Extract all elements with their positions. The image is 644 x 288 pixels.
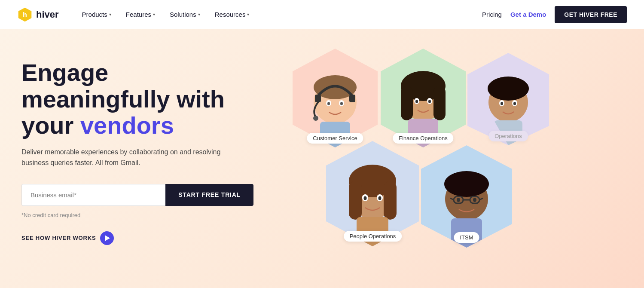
svg-text:h: h xyxy=(23,11,27,18)
nav-pricing[interactable]: Pricing xyxy=(482,11,502,18)
hex-finance-operations: Finance Operations xyxy=(376,46,470,150)
hero-right: Customer Service xyxy=(262,51,623,275)
nav-demo[interactable]: Get a Demo xyxy=(510,11,546,18)
nav-item-solutions[interactable]: Solutions ▾ xyxy=(164,7,206,21)
get-hiver-free-button[interactable]: GET HIVER FREE xyxy=(555,6,627,23)
hex-label-people-operations: People Operations xyxy=(344,231,402,242)
hero-title: Engage meaningfully with your vendors xyxy=(21,59,262,139)
see-how-hiver-works[interactable]: SEE HOW HIVER WORKS xyxy=(21,231,262,245)
nav-item-features[interactable]: Features ▾ xyxy=(120,7,161,21)
hero-left: Engage meaningfully with your vendors De… xyxy=(21,51,262,245)
nav-links: Products ▾ Features ▾ Solutions ▾ Resour… xyxy=(76,7,482,21)
logo[interactable]: h hiver xyxy=(17,7,59,22)
chevron-down-icon: ▾ xyxy=(153,12,155,17)
svg-point-26 xyxy=(428,100,431,103)
email-input[interactable] xyxy=(21,184,165,206)
hero-accent-word: vendors xyxy=(80,112,174,139)
svg-rect-20 xyxy=(401,86,413,120)
hex-customer-service: Customer Service xyxy=(288,46,382,150)
chevron-down-icon: ▾ xyxy=(247,12,249,17)
svg-point-36 xyxy=(501,102,503,105)
chevron-down-icon: ▾ xyxy=(109,12,111,17)
svg-point-54 xyxy=(444,171,489,197)
nav-item-products[interactable]: Products ▾ xyxy=(76,7,117,21)
svg-point-9 xyxy=(313,116,318,121)
svg-point-48 xyxy=(364,196,367,200)
svg-point-37 xyxy=(513,102,516,105)
no-credit-card-text: *No credit card required xyxy=(21,212,262,218)
hex-label-itsm: ITSM xyxy=(454,232,479,243)
hero-subtitle: Deliver memorable experiences by collabo… xyxy=(21,147,228,169)
svg-point-32 xyxy=(488,77,529,101)
navbar: h hiver Products ▾ Features ▾ Solutions … xyxy=(0,0,644,29)
hero-section: Engage meaningfully with your vendors De… xyxy=(0,29,644,288)
svg-point-62 xyxy=(473,198,476,202)
nav-right: Pricing Get a Demo GET HIVER FREE xyxy=(482,6,627,23)
logo-icon: h xyxy=(17,7,33,22)
chevron-down-icon: ▾ xyxy=(198,12,200,17)
svg-rect-43 xyxy=(349,181,362,220)
hex-itsm: ITSM xyxy=(418,143,516,250)
svg-point-13 xyxy=(327,102,330,105)
hex-operations: Operations xyxy=(463,51,553,147)
svg-point-61 xyxy=(457,198,460,202)
logo-text: hiver xyxy=(36,9,59,20)
hex-label-operations: Operations xyxy=(488,131,528,141)
hero-form: START FREE TRIAL xyxy=(21,184,253,206)
svg-point-14 xyxy=(340,102,343,105)
svg-rect-21 xyxy=(433,86,446,120)
svg-point-49 xyxy=(378,196,382,200)
start-trial-button[interactable]: START FREE TRIAL xyxy=(165,184,253,206)
play-button-icon[interactable] xyxy=(100,231,114,245)
svg-point-25 xyxy=(415,100,418,103)
hex-people-operations: People Operations xyxy=(322,139,423,248)
hex-grid: Customer Service xyxy=(288,42,589,288)
svg-rect-44 xyxy=(384,181,397,220)
nav-item-resources[interactable]: Resources ▾ xyxy=(209,7,256,21)
svg-rect-8 xyxy=(349,95,355,102)
